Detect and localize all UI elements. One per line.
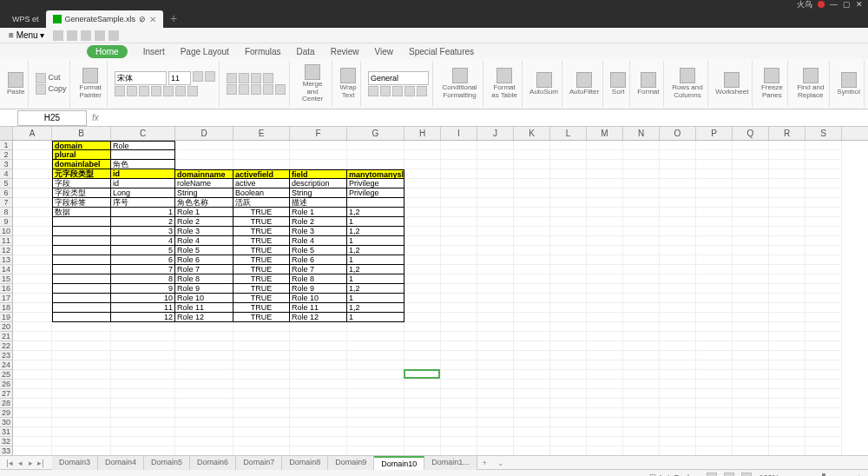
row-head[interactable]: 16 xyxy=(0,284,13,294)
cell[interactable] xyxy=(806,427,842,437)
cell[interactable] xyxy=(477,446,514,455)
name-box[interactable] xyxy=(17,110,87,126)
cell[interactable]: 1,2 xyxy=(347,246,404,255)
cell[interactable] xyxy=(769,399,806,408)
cell[interactable] xyxy=(660,208,696,217)
cell[interactable] xyxy=(733,313,769,322)
row-head[interactable]: 25 xyxy=(0,370,13,380)
cell[interactable] xyxy=(587,380,623,389)
cell[interactable] xyxy=(13,179,52,188)
col-head-R[interactable]: R xyxy=(769,127,806,140)
bold-icon[interactable] xyxy=(115,86,125,96)
cell[interactable] xyxy=(404,227,441,236)
cell[interactable] xyxy=(404,322,441,332)
cell[interactable] xyxy=(514,236,550,246)
cell[interactable] xyxy=(660,246,696,255)
cell[interactable] xyxy=(769,294,806,303)
copy-label[interactable]: Copy xyxy=(48,84,66,95)
cell[interactable] xyxy=(347,341,404,351)
cell[interactable] xyxy=(477,246,514,255)
cell[interactable] xyxy=(623,351,660,360)
sheet-nav-last[interactable]: ▸| xyxy=(36,459,45,467)
autofilter-icon[interactable] xyxy=(576,72,592,88)
cell[interactable] xyxy=(769,169,806,179)
cell[interactable] xyxy=(52,303,111,313)
cell[interactable] xyxy=(111,332,175,341)
align-middle-icon[interactable] xyxy=(239,73,249,83)
cell[interactable] xyxy=(769,274,806,284)
cell[interactable] xyxy=(806,227,842,236)
align-top-icon[interactable] xyxy=(227,73,237,83)
cell[interactable] xyxy=(550,399,587,408)
cell[interactable]: 1 xyxy=(347,294,404,303)
cell[interactable] xyxy=(404,160,441,169)
cell[interactable] xyxy=(404,351,441,360)
cell[interactable]: 1 xyxy=(347,255,404,265)
cell[interactable] xyxy=(769,418,806,427)
cell[interactable] xyxy=(13,208,52,217)
cell[interactable]: description xyxy=(290,179,347,188)
cell[interactable] xyxy=(733,446,769,455)
cell[interactable]: Role 8 xyxy=(175,274,233,284)
cell[interactable]: Long xyxy=(111,188,175,198)
cell[interactable] xyxy=(477,284,514,294)
cell[interactable] xyxy=(441,246,477,255)
cell[interactable] xyxy=(623,303,660,313)
cell[interactable] xyxy=(233,141,290,150)
cell[interactable] xyxy=(404,446,441,455)
cell[interactable] xyxy=(733,303,769,313)
ribbon-tab-review[interactable]: Review xyxy=(331,47,359,56)
cell[interactable]: manytomanyslave xyxy=(347,169,404,179)
align-right-icon[interactable] xyxy=(251,84,261,95)
comma-icon[interactable] xyxy=(392,86,403,96)
cell[interactable] xyxy=(52,246,111,255)
cell[interactable] xyxy=(441,408,477,418)
italic-icon[interactable] xyxy=(127,86,137,96)
row-head[interactable]: 4 xyxy=(0,169,13,179)
sort-icon[interactable] xyxy=(610,72,626,88)
cell[interactable] xyxy=(733,188,769,198)
cell[interactable] xyxy=(404,418,441,427)
cell[interactable] xyxy=(660,255,696,265)
cell[interactable] xyxy=(623,188,660,198)
cell[interactable] xyxy=(514,322,550,332)
cell[interactable] xyxy=(733,265,769,274)
row-head[interactable]: 17 xyxy=(0,294,13,303)
cell[interactable] xyxy=(13,217,52,227)
cell[interactable] xyxy=(290,360,347,370)
cell[interactable] xyxy=(587,160,623,169)
sheet-nav-first[interactable]: |◂ xyxy=(5,459,14,467)
cell[interactable] xyxy=(404,360,441,370)
cell[interactable] xyxy=(587,169,623,179)
cell[interactable]: Role 5 xyxy=(175,246,233,255)
cell[interactable] xyxy=(233,446,290,455)
cell[interactable] xyxy=(514,389,550,399)
cell[interactable] xyxy=(404,284,441,294)
cell[interactable] xyxy=(175,341,233,351)
cell[interactable] xyxy=(175,160,233,169)
cell[interactable] xyxy=(623,418,660,427)
cell[interactable] xyxy=(769,150,806,160)
cell[interactable] xyxy=(660,274,696,284)
cell[interactable] xyxy=(696,179,733,188)
col-head-E[interactable]: E xyxy=(233,127,290,140)
cell[interactable] xyxy=(514,217,550,227)
cell[interactable] xyxy=(13,418,52,427)
cell[interactable]: Role 2 xyxy=(175,217,233,227)
cell[interactable] xyxy=(514,427,550,437)
clear-format-icon[interactable] xyxy=(187,86,198,96)
row-head[interactable]: 24 xyxy=(0,360,13,370)
cell[interactable] xyxy=(660,217,696,227)
cell[interactable] xyxy=(660,322,696,332)
cell[interactable] xyxy=(733,208,769,217)
cell[interactable] xyxy=(550,313,587,322)
cell[interactable] xyxy=(587,446,623,455)
cell[interactable] xyxy=(587,274,623,284)
cell[interactable] xyxy=(806,255,842,265)
cell[interactable] xyxy=(696,284,733,294)
cell[interactable] xyxy=(733,332,769,341)
cell[interactable] xyxy=(769,427,806,437)
cell[interactable] xyxy=(13,351,52,360)
cell[interactable] xyxy=(696,399,733,408)
cell[interactable] xyxy=(477,408,514,418)
